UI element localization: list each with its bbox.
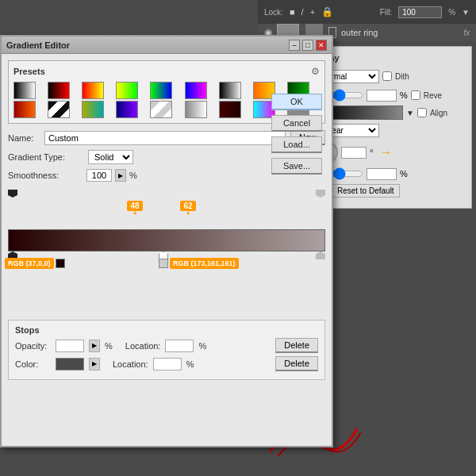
load-button[interactable]: Load...: [271, 136, 322, 153]
opacity-stops-row: [8, 190, 325, 201]
fill-value[interactable]: 100: [398, 6, 442, 18]
color-stop-swatch-left: [56, 259, 65, 268]
color-stop-right-marker[interactable]: [316, 251, 325, 259]
opacity-stop-input[interactable]: [56, 340, 84, 352]
dialog-titlebar: Gradient Editor – □ ✕: [2, 36, 332, 54]
preset-swatch-6[interactable]: [219, 82, 241, 99]
reverse-checkbox[interactable]: [411, 90, 420, 100]
dialog-title: Gradient Editor: [6, 40, 70, 50]
name-label: Name:: [8, 133, 40, 143]
fill-pct: %: [448, 8, 455, 17]
gradient-bar-area: 48 ↓ 62 ↓ RGB (37,0,0): [8, 190, 325, 283]
gradient-dropdown-arrow[interactable]: ▼: [406, 109, 414, 117]
location-label1: Location:: [125, 341, 161, 351]
preset-swatch-4[interactable]: [150, 82, 172, 99]
presets-gear-icon[interactable]: ⚙: [311, 66, 320, 77]
lock-icon3: +: [310, 7, 315, 17]
opacity-value[interactable]: 100: [367, 90, 397, 102]
angle-degree-symbol: °: [370, 148, 373, 157]
reverse-label: Reve: [424, 91, 442, 100]
preset-swatch-9[interactable]: [13, 101, 36, 118]
fill-dropdown[interactable]: ▼: [462, 8, 470, 17]
smoothness-label: Smoothness:: [8, 171, 83, 180]
opacity-pct: %: [400, 90, 408, 100]
opacity-stop-left[interactable]: [8, 190, 17, 198]
close-button[interactable]: ✕: [316, 40, 327, 51]
scale-pct: %: [400, 169, 408, 178]
orange-arrow-icon: →: [379, 145, 392, 159]
layer-name[interactable]: outer ring: [341, 28, 459, 37]
angle-value[interactable]: 142: [341, 147, 367, 159]
gradient-bar[interactable]: [8, 229, 325, 251]
ok-button[interactable]: OK: [271, 94, 322, 110]
name-input[interactable]: [44, 131, 286, 145]
preset-swatch-11[interactable]: [82, 101, 104, 118]
stops-section: Stops Opacity: ▶ % Location: % Delete Co…: [8, 320, 325, 380]
gradient-editor-dialog: Gradient Editor – □ ✕ OK Cancel Load... …: [0, 35, 333, 447]
color-stop-swatch[interactable]: [56, 358, 84, 370]
lock-icon4: 🔒: [321, 6, 333, 17]
smoothness-unit: %: [129, 171, 137, 180]
lock-label: Lock:: [264, 8, 283, 17]
dither-checkbox[interactable]: [382, 71, 392, 81]
color-stop-left: RGB (37,0,0): [5, 251, 14, 259]
save-button[interactable]: Save...: [271, 158, 322, 175]
preset-swatch-0[interactable]: [13, 82, 36, 99]
lock-icon: ■: [290, 7, 295, 17]
preset-swatch-1[interactable]: [48, 82, 70, 99]
ps-topbar: Lock: ■ / + 🔒 Fill: 100 % ▼: [258, 0, 476, 24]
rgb1-label: RGB (37,0,0): [5, 258, 54, 269]
stops-title: Stops: [15, 325, 318, 335]
preset-swatch-2[interactable]: [82, 82, 104, 99]
color-stop-swatch-mid: [159, 259, 168, 268]
minimize-button[interactable]: –: [289, 40, 300, 51]
preset-swatch-14[interactable]: [185, 101, 207, 118]
dialog-action-buttons: OK Cancel Load... Save...: [271, 94, 322, 175]
preset-swatch-5[interactable]: [185, 82, 207, 99]
lock-icon2: /: [301, 7, 304, 17]
type-select[interactable]: Solid Noise: [88, 150, 133, 164]
smoothness-input[interactable]: [86, 169, 112, 182]
preset-swatch-3[interactable]: [116, 82, 138, 99]
opacity-stop-arrow[interactable]: ▶: [89, 340, 100, 352]
presets-title: Presets: [13, 67, 45, 76]
annotation-62: 62 ↓: [184, 201, 192, 217]
location-pct1: %: [198, 341, 206, 351]
reset-default-button[interactable]: Reset to Default: [332, 184, 400, 198]
cancel-button[interactable]: Cancel: [271, 115, 322, 132]
align-checkbox[interactable]: [417, 108, 427, 117]
dialog-controls: – □ ✕: [289, 40, 327, 51]
annotations-area: 48 ↓ 62 ↓: [8, 201, 325, 229]
opacity-stop-row: Opacity: ▶ % Location: % Delete: [15, 338, 318, 353]
preset-swatch-10[interactable]: [48, 101, 70, 118]
color-stop-label: Color:: [15, 359, 51, 369]
color-stop-right: [319, 251, 328, 259]
preset-swatch-13[interactable]: [150, 101, 172, 118]
color-stop-row: Color: ▶ Location: % Delete: [15, 356, 318, 371]
type-label: Gradient Type:: [8, 152, 83, 162]
rgb2-tooltip-area: RGB (173,161,161): [159, 258, 239, 269]
preset-swatch-15[interactable]: [219, 101, 241, 118]
location-pct2: %: [186, 359, 194, 369]
pos62-label: 62: [180, 201, 195, 211]
delete-button1[interactable]: Delete: [275, 338, 318, 353]
location-input2[interactable]: [153, 358, 182, 370]
rgb2-label: RGB (173,161,161): [170, 258, 239, 269]
location-input1[interactable]: [165, 340, 194, 352]
rgb1-tooltip-area: RGB (37,0,0): [5, 258, 65, 269]
opacity-stop-pct: %: [105, 341, 113, 351]
align-label: Align: [430, 109, 447, 117]
scale-value[interactable]: 100: [367, 168, 397, 180]
opacity-stop-label: Opacity:: [15, 341, 51, 351]
layer-fx-label: fx: [463, 29, 470, 37]
delete-button2[interactable]: Delete: [275, 356, 318, 371]
pos48-label: 48: [127, 201, 142, 211]
maximize-button[interactable]: □: [302, 40, 313, 51]
fill-label: Fill:: [380, 8, 393, 17]
smoothness-stepper[interactable]: ▶: [115, 169, 126, 182]
annotation-48: 48 ↓: [131, 201, 139, 217]
preset-swatch-12[interactable]: [116, 101, 138, 118]
color-stop-arrow[interactable]: ▶: [89, 358, 100, 370]
color-stops-row: RGB (37,0,0) RGB (173,161,161): [8, 251, 325, 283]
opacity-stop-right[interactable]: [316, 190, 325, 198]
